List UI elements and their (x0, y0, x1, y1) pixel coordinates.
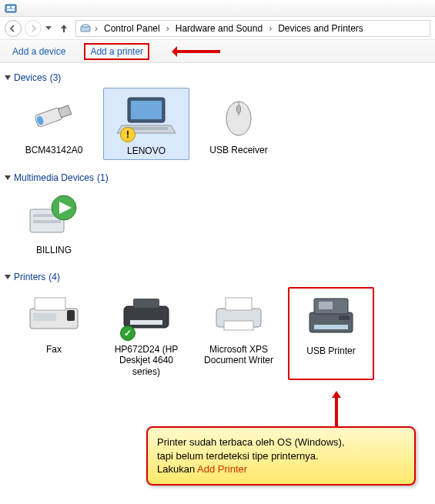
callout-line: Lakukan Add Printer (157, 462, 405, 476)
printer-generic-icon (208, 290, 269, 339)
svg-rect-19 (35, 298, 65, 310)
address-bar[interactable]: › Control Panel › Hardware and Sound › D… (75, 20, 430, 37)
printer-label: Fax (12, 344, 95, 355)
group-name: Multimedia Devices (14, 172, 94, 183)
printer-label: USB Printer (293, 345, 370, 356)
checkmark-badge-icon: ✓ (120, 325, 136, 341)
printer-mfp-icon (300, 292, 362, 341)
annotation-arrow-left (166, 45, 220, 58)
device-label: LENOVO (105, 145, 187, 156)
navigation-bar: › Control Panel › Hardware and Sound › D… (0, 17, 435, 40)
recent-locations-button[interactable] (45, 20, 52, 37)
svg-rect-26 (226, 298, 252, 310)
svg-point-13 (237, 105, 241, 113)
svg-rect-28 (310, 312, 353, 332)
group-name: Devices (14, 72, 47, 83)
device-label: BCM43142A0 (12, 145, 95, 155)
collapse-icon (5, 175, 11, 180)
chevron-right-icon[interactable]: › (165, 23, 171, 34)
svg-rect-16 (33, 220, 61, 223)
group-items-multimedia: BILLING (2, 185, 433, 266)
svg-rect-20 (67, 310, 75, 321)
svg-rect-2 (12, 6, 15, 8)
svg-rect-3 (7, 9, 15, 11)
window-icon (5, 2, 17, 15)
breadcrumb-item[interactable]: Devices and Printers (275, 23, 366, 34)
callout-line: Printer sudah terbaca oleh OS (Windows), (157, 436, 405, 449)
breadcrumb-item[interactable]: Hardware and Sound (172, 23, 266, 34)
group-count: (1) (97, 172, 109, 183)
mouse-icon (208, 91, 269, 140)
svg-rect-21 (33, 313, 56, 321)
printer-label: Microsoft XPS Document Writer (197, 344, 280, 366)
forward-button[interactable] (25, 20, 42, 37)
content-area: Devices (3) BCM43142A0 ! LENOVO USB Rece… (0, 63, 435, 392)
fax-icon (23, 290, 85, 339)
svg-rect-5 (82, 25, 89, 27)
device-item[interactable]: ! LENOVO (103, 88, 189, 160)
svg-rect-31 (314, 325, 348, 329)
svg-rect-30 (319, 302, 333, 309)
printer-item[interactable]: Microsoft XPS Document Writer (196, 287, 282, 380)
command-bar: Add a device Add a printer (0, 40, 435, 63)
title-bar (0, 0, 435, 17)
device-item[interactable]: USB Receiver (196, 88, 282, 160)
svg-rect-23 (133, 299, 159, 308)
group-items-devices: BCM43142A0 ! LENOVO USB Receiver (2, 85, 433, 168)
group-name: Printers (14, 272, 45, 282)
device-item[interactable]: BILLING (11, 188, 97, 259)
collapse-icon (5, 75, 11, 80)
back-button[interactable] (5, 20, 22, 37)
group-count: (4) (49, 272, 60, 282)
group-items-printers: Fax ✓ HP672D24 (HP Deskjet 4640 series) … (2, 284, 433, 388)
svg-rect-10 (131, 101, 162, 119)
printer-item-highlighted[interactable]: USB Printer (288, 287, 374, 380)
usb-dongle-icon (23, 91, 85, 140)
annotation-callout: Printer sudah terbaca oleh OS (Windows),… (146, 426, 416, 486)
group-header-printers[interactable]: Printers (4) (2, 267, 433, 284)
add-printer-button[interactable]: Add a printer (84, 43, 149, 60)
warning-badge-icon: ! (120, 127, 136, 142)
printer-item[interactable]: ✓ HP672D24 (HP Deskjet 4640 series) (103, 287, 189, 380)
svg-rect-27 (224, 321, 253, 330)
device-label: BILLING (12, 245, 95, 255)
svg-rect-32 (339, 315, 350, 320)
chevron-right-icon[interactable]: › (93, 23, 99, 34)
up-button[interactable] (55, 20, 72, 37)
group-count: (3) (50, 72, 62, 83)
collapse-icon (5, 275, 11, 279)
media-pc-icon (23, 191, 85, 240)
annotation-arrow-down (334, 391, 339, 426)
svg-rect-24 (130, 320, 162, 325)
printer-deskjet-icon: ✓ (115, 290, 177, 339)
group-header-multimedia[interactable]: Multimedia Devices (1) (2, 168, 433, 185)
add-device-button[interactable]: Add a device (6, 43, 72, 60)
callout-line: tapi belum terdeteksi tipe printernya. (157, 449, 405, 463)
group-header-devices[interactable]: Devices (3) (2, 68, 433, 85)
chevron-right-icon[interactable]: › (267, 23, 273, 34)
device-item[interactable]: BCM43142A0 (11, 88, 97, 160)
breadcrumb-item[interactable]: Control Panel (101, 23, 163, 34)
location-icon (79, 22, 92, 35)
printer-label: HP672D24 (HP Deskjet 4640 series) (105, 344, 188, 377)
laptop-icon: ! (115, 92, 177, 141)
printer-item[interactable]: Fax (11, 287, 97, 380)
device-label: USB Receiver (197, 145, 280, 155)
svg-rect-1 (7, 6, 10, 8)
